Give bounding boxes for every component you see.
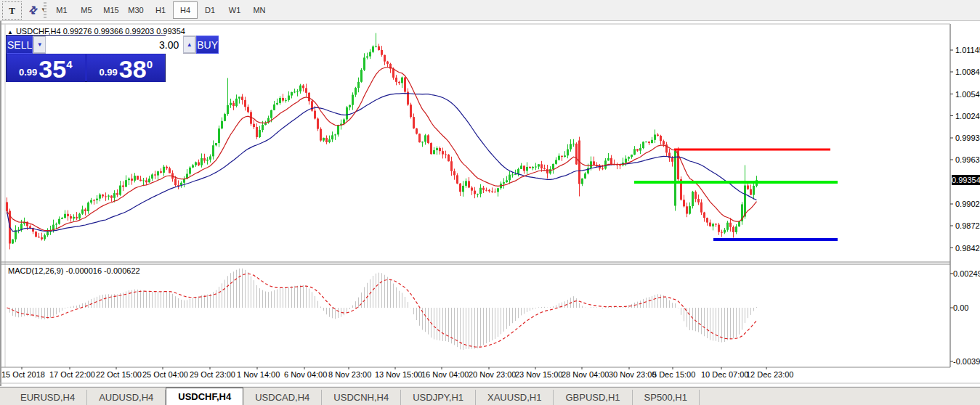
timeframe-button-m30[interactable]: M30 xyxy=(123,1,148,19)
price-axis-label: 1.00845 xyxy=(955,68,980,76)
chart-tab-usdcad[interactable]: USDCAD,H4 xyxy=(243,390,322,405)
sell-price-prefix: 0.99 xyxy=(19,67,37,78)
one-click-trading-panel: SELL ▼ ▲ BUY 0.99 35 4 0.99 38 0 xyxy=(6,35,166,82)
time-axis-label: 20 Nov 23:00 xyxy=(469,370,516,379)
chart-tab-sp500[interactable]: SP500,H1 xyxy=(633,390,700,405)
volume-input[interactable] xyxy=(46,36,183,54)
toolbar-separator xyxy=(44,2,46,18)
price-axis-label: 0.98420 xyxy=(955,244,980,253)
macd-axis-label: 0.002492 xyxy=(953,269,980,278)
chart-tab-audusd[interactable]: AUDUSD,H4 xyxy=(87,390,166,405)
time-axis-label: 6 Nov 04:00 xyxy=(284,370,327,379)
time-axis-label: 30 Nov 23:00 xyxy=(609,370,656,379)
price-axis-label: 0.99935 xyxy=(955,134,980,142)
time-axis-label: 25 Oct 04:00 xyxy=(142,370,188,379)
time-axis-label: 5 Dec 15:00 xyxy=(652,370,695,379)
chart-tab-bar: EURUSD,H4AUDUSD,H4USDCHF,H4USDCAD,H4USDC… xyxy=(0,387,980,405)
price-axis-label: 1.00240 xyxy=(955,112,980,120)
time-axis-label: 1 Nov 14:00 xyxy=(237,370,280,379)
sell-price-button[interactable]: 0.99 35 4 xyxy=(7,54,85,82)
time-axis-label: 22 Oct 15:00 xyxy=(96,370,142,379)
timeframe-button-h1[interactable]: H1 xyxy=(148,1,173,19)
sell-button[interactable]: SELL xyxy=(7,36,33,54)
sell-price-point: 4 xyxy=(66,58,72,70)
price-axis-label: 0.99025 xyxy=(955,200,980,208)
price-axis-label: 0.98725 xyxy=(955,221,980,230)
time-axis-label: 12 Dec 23:00 xyxy=(746,370,793,379)
volume-increase-button[interactable]: ▲ xyxy=(183,36,195,53)
volume-control: ▼ ▲ xyxy=(33,36,196,54)
timeframe-button-m5[interactable]: M5 xyxy=(74,1,99,19)
time-axis-label: 8 Nov 23:00 xyxy=(328,370,371,379)
buy-price-point: 0 xyxy=(147,58,153,70)
macd-axis-label: 0.00 xyxy=(953,303,968,312)
time-axis-label: 17 Oct 22:00 xyxy=(49,370,95,379)
timeframe-button-w1[interactable]: W1 xyxy=(222,1,247,19)
price-axis-label: 1.00540 xyxy=(955,90,980,99)
chart-tab-usdjpy[interactable]: USDJPY,H1 xyxy=(401,390,476,405)
time-axis-label: 13 Nov 15:00 xyxy=(375,370,422,379)
macd-axis-label: -0.003911 xyxy=(953,357,980,366)
pointer-tool-button[interactable]: ⇅ ▼ xyxy=(25,1,51,18)
timeframe-button-h4[interactable]: H4 xyxy=(173,1,198,19)
time-axis-label: 10 Dec 07:00 xyxy=(701,370,748,379)
sell-price-pips: 35 xyxy=(39,57,66,81)
time-axis-label: 15 Oct 2018 xyxy=(1,370,45,379)
price-axis-label: 0.99635 xyxy=(955,155,980,164)
chart-tab-eurusd[interactable]: EURUSD,H4 xyxy=(9,390,87,405)
time-axis-label: 28 Nov 04:00 xyxy=(562,370,609,379)
chart-tab-usdchf[interactable]: USDCHF,H4 xyxy=(166,388,243,405)
chart-tab-usdcnh[interactable]: USDCNH,H4 xyxy=(322,390,401,405)
buy-button[interactable]: BUY xyxy=(196,36,219,54)
macd-indicator-label: MACD(12,26,9) -0.000016 -0.000622 xyxy=(8,266,140,275)
chart-tab-xauusd[interactable]: XAUUSD,H1 xyxy=(476,390,554,405)
timeframe-button-m15[interactable]: M15 xyxy=(99,1,123,19)
top-toolbar: T ⇅ ▼ M1M5M15M30H1H4D1W1MN xyxy=(0,0,980,21)
timeframe-button-d1[interactable]: D1 xyxy=(198,1,222,19)
timeframe-button-m1[interactable]: M1 xyxy=(49,1,74,19)
text-tool-button[interactable]: T xyxy=(2,1,22,20)
timeframe-toolbar: M1M5M15M30H1H4D1W1MN xyxy=(49,1,272,19)
price-axis-label: 1.01145 xyxy=(955,46,980,54)
timeframe-button-mn[interactable]: MN xyxy=(247,1,272,19)
chart-tab-gbpusd[interactable]: GBPUSD,H1 xyxy=(554,390,632,405)
time-axis-label: 29 Oct 23:00 xyxy=(190,370,235,379)
buy-price-prefix: 0.99 xyxy=(100,67,118,78)
volume-decrease-button[interactable]: ▼ xyxy=(33,36,46,53)
buy-price-pips: 38 xyxy=(119,57,147,81)
time-axis-label: 23 Nov 15:00 xyxy=(515,370,562,379)
diagonal-arrows-icon: ⇅ xyxy=(26,3,41,17)
current-price-tag: 0.99354 xyxy=(952,175,980,185)
buy-price-button[interactable]: 0.99 38 0 xyxy=(87,54,166,82)
time-axis-label: 16 Nov 04:00 xyxy=(421,370,469,379)
